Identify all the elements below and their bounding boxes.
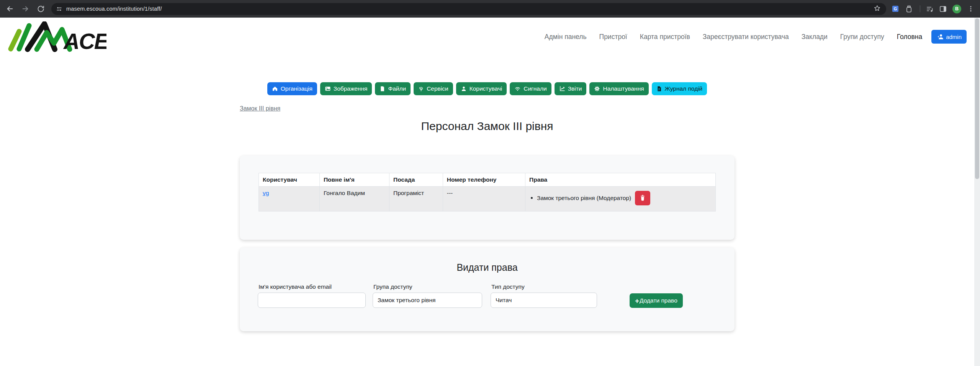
delete-right-button[interactable] xyxy=(635,191,650,205)
main-nav: Адмін панель Пристрої Карта пристроїв За… xyxy=(545,33,922,41)
journal-icon xyxy=(656,86,662,92)
toolbar-users-button[interactable]: Користувачі xyxy=(456,82,507,95)
browser-extensions-area: G B xyxy=(892,5,977,13)
toolbar-settings-button[interactable]: Налаштування xyxy=(589,82,648,95)
content-container: Замок III рівня Персонал Замок III рівня… xyxy=(240,105,735,331)
page-body: ACEM Адмін панель Пристрої Карта пристро… xyxy=(0,18,974,331)
svg-text:G: G xyxy=(894,7,897,11)
translate-extension-icon[interactable]: G xyxy=(892,5,899,13)
add-right-button[interactable]: + Додати право xyxy=(630,293,683,308)
access-type-field-group: Тип доступу xyxy=(491,283,597,308)
username-field-label: Ім'я користувача або email xyxy=(258,283,366,290)
house-icon xyxy=(272,86,278,92)
toolbar-files-button[interactable]: Файли xyxy=(375,82,411,95)
grant-form-title: Видати права xyxy=(240,262,735,273)
scrollbar-thumb[interactable] xyxy=(975,18,979,179)
toolbar-event-log-button[interactable]: Журнал подій xyxy=(652,82,707,95)
trash-icon xyxy=(640,195,646,201)
breadcrumb-institution-link[interactable]: Замок III рівня xyxy=(240,105,280,112)
nav-admin-panel[interactable]: Адмін панель xyxy=(545,33,587,41)
access-group-label: Група доступу xyxy=(373,283,482,290)
col-position: Посада xyxy=(389,173,443,187)
cell-fullname: Гонгало Вадим xyxy=(319,187,389,211)
wifi-icon xyxy=(514,86,521,92)
browser-chrome: masem.escoua.com/institution/1/staff/ G … xyxy=(0,0,980,18)
nav-home[interactable]: Головна xyxy=(897,33,923,41)
image-icon xyxy=(325,86,331,92)
access-type-label: Тип доступу xyxy=(491,283,597,290)
username-link[interactable]: vg xyxy=(263,190,269,196)
masem-logo[interactable]: ACEM xyxy=(6,21,106,52)
nav-device-map[interactable]: Карта пристроїв xyxy=(640,33,690,41)
toolbar-images-button[interactable]: Зображення xyxy=(320,82,372,95)
media-controls-icon[interactable] xyxy=(926,5,933,13)
access-group-input[interactable] xyxy=(373,293,482,308)
cell-rights: Замок третього рівня (Модератор) xyxy=(525,187,716,211)
access-group-field-group: Група доступу xyxy=(373,283,482,308)
page-scrollbar xyxy=(974,18,980,366)
address-bar[interactable]: masem.escoua.com/institution/1/staff/ xyxy=(51,3,886,15)
col-phone: Номер телефону xyxy=(443,173,525,187)
plus-icon: + xyxy=(635,297,639,304)
staff-table-card: Користувач Повне ім'я Посада Номер телеф… xyxy=(240,156,735,240)
col-username: Користувач xyxy=(259,173,320,187)
nav-institutions[interactable]: Заклади xyxy=(802,33,828,41)
toolbar-reports-button[interactable]: Звіти xyxy=(555,82,587,95)
usb-icon xyxy=(418,86,424,92)
person-caret-icon xyxy=(936,34,944,40)
grant-rights-card: Видати права Ім'я користувача або email … xyxy=(240,247,735,331)
gear-icon xyxy=(594,86,600,92)
jar-extension-icon[interactable] xyxy=(905,5,913,13)
chart-icon xyxy=(559,86,565,92)
section-toolbar: Організація Зображення Файли Сервіси Кор… xyxy=(0,82,974,95)
cell-phone: --- xyxy=(443,187,525,211)
username-or-email-input[interactable] xyxy=(258,293,366,308)
username-field-group: Ім'я користувача або email xyxy=(258,283,366,308)
access-type-input[interactable] xyxy=(491,293,597,308)
side-panel-icon[interactable] xyxy=(939,5,947,13)
logo-text: ACEM xyxy=(63,29,106,52)
profile-avatar[interactable]: B xyxy=(952,5,961,13)
cell-position: Програміст xyxy=(389,187,443,211)
url-text: masem.escoua.com/institution/1/staff/ xyxy=(66,6,162,12)
toolbar-organization-button[interactable]: Організація xyxy=(267,82,317,95)
forward-icon[interactable] xyxy=(21,4,30,13)
col-fullname: Повне ім'я xyxy=(319,173,389,187)
site-header: ACEM Адмін панель Пристрої Карта пристро… xyxy=(0,18,974,56)
nav-register-user[interactable]: Зареєструвати користувача xyxy=(703,33,789,41)
toolbar-services-button[interactable]: Сервіси xyxy=(414,82,453,95)
breadcrumb: Замок III рівня xyxy=(240,105,735,112)
table-header-row: Користувач Повне ім'я Посада Номер телеф… xyxy=(259,173,716,187)
col-rights: Права xyxy=(525,173,716,187)
toolbar-divider xyxy=(920,5,920,12)
staff-table: Користувач Повне ім'я Посада Номер телеф… xyxy=(258,173,716,211)
page-title: Персонал Замок III рівня xyxy=(240,120,735,133)
admin-account-button[interactable]: admin xyxy=(931,30,967,44)
toolbar-signals-button[interactable]: Сигнали xyxy=(510,82,551,95)
site-info-icon[interactable] xyxy=(56,6,62,12)
file-icon xyxy=(380,86,385,92)
person-icon xyxy=(461,86,467,92)
back-icon[interactable] xyxy=(5,4,15,13)
right-item: Замок третього рівня (Модератор) xyxy=(537,190,712,205)
bookmark-star-icon[interactable] xyxy=(874,5,881,13)
grant-form-row: Ім'я користувача або email Група доступу… xyxy=(258,283,735,308)
nav-devices[interactable]: Пристрої xyxy=(599,33,627,41)
browser-menu-icon[interactable] xyxy=(967,5,975,13)
reload-icon[interactable] xyxy=(36,4,45,13)
nav-access-groups[interactable]: Групи доступу xyxy=(840,33,884,41)
table-row: vg Гонгало Вадим Програміст --- Замок тр… xyxy=(259,187,716,211)
